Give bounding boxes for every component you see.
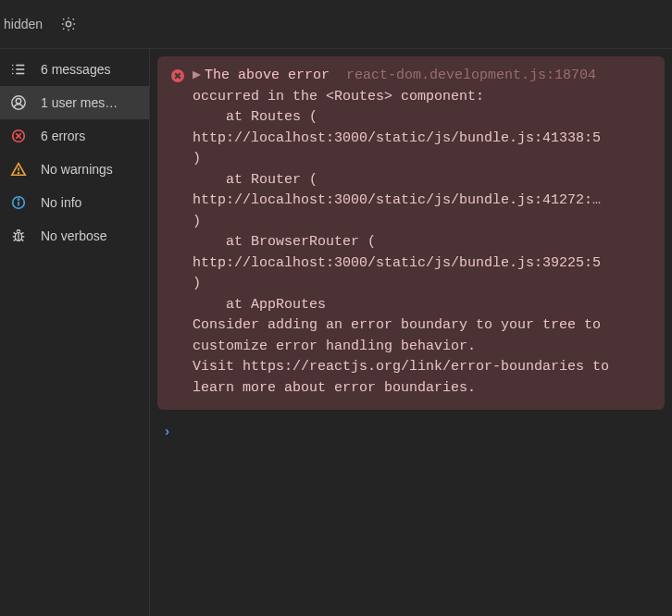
sidebar-item-label: No info xyxy=(41,195,140,210)
user-icon xyxy=(9,93,28,112)
stack-line: at AppRoutes xyxy=(193,295,652,316)
svg-line-22 xyxy=(21,232,24,234)
error-title: The above error xyxy=(205,68,330,83)
console-content: ▶The above error react-dom.development.j… xyxy=(150,49,672,616)
docs-link[interactable]: https://reactjs.org/link/error-boundarie… xyxy=(243,359,584,375)
error-source[interactable]: react-dom.development.js:18704 xyxy=(346,68,596,83)
sidebar-item-label: 6 messages xyxy=(41,62,140,77)
svg-line-23 xyxy=(14,240,17,241)
error-line: occurred in the <Routes> component: xyxy=(193,87,652,108)
stack-line: at Routes ( xyxy=(193,107,652,129)
filter-hidden-label: hidden xyxy=(0,17,43,31)
error-message[interactable]: ▶The above error react-dom.development.j… xyxy=(157,56,665,410)
main-pane: 6 messages 1 user mes… 6 errors xyxy=(0,48,672,616)
stack-link[interactable]: http://localhost:3000/static/js/bundle.j… xyxy=(193,192,601,208)
info-icon xyxy=(9,193,28,212)
stack-line: at Router ( xyxy=(193,170,652,191)
sidebar-item-user-messages[interactable]: 1 user mes… xyxy=(0,86,149,119)
stack-link[interactable]: http://localhost:3000/static/js/bundle.j… xyxy=(193,130,601,146)
gear-icon[interactable] xyxy=(59,15,78,33)
expand-caret-icon[interactable]: ▶ xyxy=(193,68,201,83)
filter-sidebar: 6 messages 1 user mes… 6 errors xyxy=(0,49,150,616)
stack-line: ) xyxy=(193,149,652,170)
svg-point-8 xyxy=(16,99,20,104)
visit-prefix: Visit xyxy=(193,359,243,375)
sidebar-item-label: No verbose xyxy=(41,228,140,243)
sidebar-item-label: No warnings xyxy=(41,162,140,177)
sidebar-item-errors[interactable]: 6 errors xyxy=(0,119,149,153)
error-advice: Consider adding an error boundary to you… xyxy=(193,315,652,357)
sidebar-item-warnings[interactable]: No warnings xyxy=(0,153,149,186)
error-header: ▶The above error react-dom.development.j… xyxy=(193,66,652,87)
list-icon xyxy=(9,60,28,79)
sidebar-item-label: 1 user mes… xyxy=(41,95,140,110)
svg-line-21 xyxy=(14,232,17,234)
console-prompt[interactable]: › xyxy=(150,417,672,450)
sidebar-item-info[interactable]: No info xyxy=(0,186,149,219)
error-icon xyxy=(9,127,28,145)
error-badge-icon xyxy=(170,68,185,83)
bug-icon xyxy=(9,227,28,245)
svg-point-0 xyxy=(66,21,70,26)
sidebar-item-label: 6 errors xyxy=(41,129,140,143)
svg-point-13 xyxy=(19,173,19,174)
stack-line: ) xyxy=(193,212,652,233)
svg-point-16 xyxy=(18,199,19,200)
stack-link[interactable]: http://localhost:3000/static/js/bundle.j… xyxy=(193,255,601,271)
stack-line: ) xyxy=(193,274,652,295)
stack-line: at BrowserRouter ( xyxy=(193,232,652,253)
toolbar: hidden xyxy=(0,0,672,48)
error-visit-line: Visit https://reactjs.org/link/error-bou… xyxy=(193,357,652,399)
svg-line-24 xyxy=(21,240,24,241)
sidebar-item-messages[interactable]: 6 messages xyxy=(0,53,149,86)
warning-icon xyxy=(9,160,28,179)
chevron-right-icon: › xyxy=(163,425,171,440)
sidebar-item-verbose[interactable]: No verbose xyxy=(0,219,149,253)
